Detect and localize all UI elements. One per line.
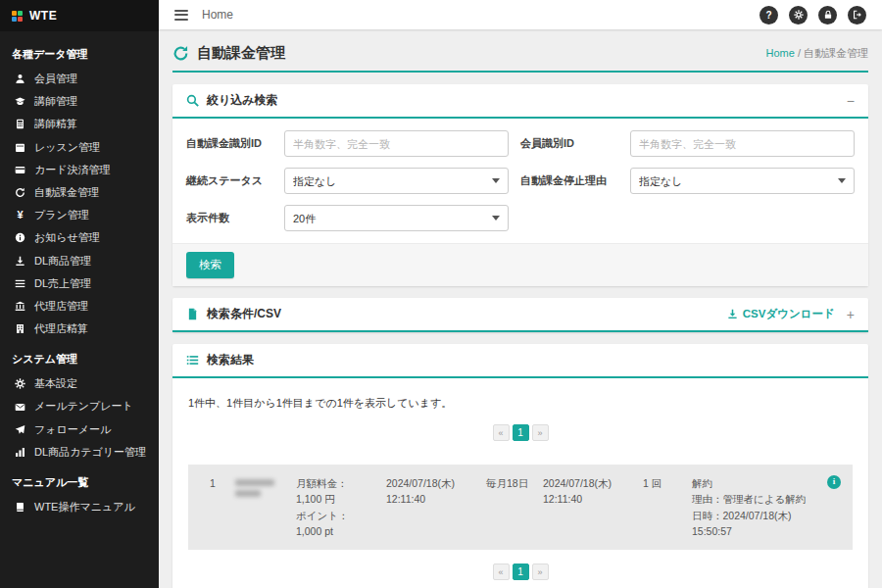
info-icon[interactable]: i bbox=[827, 475, 841, 489]
cancel-date: 日時：2024/07/18(木) bbox=[692, 508, 809, 523]
per-page-select[interactable]: 20件 bbox=[284, 205, 509, 231]
sidebar-item-basic-settings[interactable]: 基本設定 bbox=[0, 372, 159, 395]
results-card: 検索結果 1件中、1件目から1件目までの1件を表示しています。 « 1 » 1 bbox=[172, 344, 868, 588]
bank-icon bbox=[14, 301, 26, 312]
start-time: 12:11:40 bbox=[386, 491, 476, 507]
results-card-header: 検索結果 bbox=[172, 344, 868, 378]
last-time: 12:11:40 bbox=[543, 491, 633, 507]
auto-billing-id-input[interactable] bbox=[284, 130, 509, 157]
lock-icon[interactable] bbox=[818, 6, 837, 24]
page-divider bbox=[172, 71, 868, 73]
help-icon[interactable]: ? bbox=[760, 6, 778, 24]
sidebar-item-agency-settlement[interactable]: 代理店精算 bbox=[0, 318, 159, 340]
sidebar-item-manual[interactable]: WTE操作マニュアル bbox=[0, 496, 159, 518]
pagination-next-button[interactable]: » bbox=[532, 424, 549, 441]
filter-card-footer: 検索 bbox=[172, 243, 868, 286]
sidebar-item-label: 基本設定 bbox=[34, 377, 77, 390]
download-icon bbox=[14, 256, 26, 267]
member-id-input[interactable] bbox=[630, 130, 855, 157]
sidebar-item-label: フォローメール bbox=[34, 423, 111, 436]
sidebar-item-members[interactable]: 会員管理 bbox=[0, 68, 159, 90]
file-icon bbox=[186, 308, 199, 320]
pagination-next-button[interactable]: » bbox=[532, 564, 549, 580]
sidebar: WTE 各種データ管理 会員管理 講師管理 講師精算 レッスン管理 bbox=[0, 0, 159, 588]
nav-section-data: 各種データ管理 bbox=[0, 35, 159, 68]
collapse-button[interactable]: − bbox=[847, 94, 855, 108]
nav-section-manual: マニュアル一覧 bbox=[0, 464, 159, 496]
point-value: 1,000 pt bbox=[296, 523, 376, 539]
sidebar-nav: 各種データ管理 会員管理 講師管理 講師精算 レッスン管理 カード決済管理 bbox=[0, 31, 159, 522]
billing-count-cell: 1 回 bbox=[643, 475, 682, 539]
sidebar-item-follow-mail[interactable]: フォローメール bbox=[0, 418, 159, 441]
menu-toggle-icon[interactable] bbox=[174, 10, 188, 21]
sidebar-item-instructors[interactable]: 講師管理 bbox=[0, 90, 159, 113]
logo-icon bbox=[12, 11, 23, 22]
sidebar-item-notices[interactable]: お知らせ管理 bbox=[0, 226, 159, 249]
sidebar-item-label: お知らせ管理 bbox=[34, 231, 100, 244]
point-label: ポイント： bbox=[296, 508, 376, 523]
pagination-prev-button[interactable]: « bbox=[493, 564, 510, 580]
filter-card: 絞り込み検索 − 自動課金識別ID 会員識別ID 継続ステータス 指定なし 自動… bbox=[172, 84, 868, 286]
pagination-prev-button[interactable]: « bbox=[493, 424, 510, 441]
sidebar-item-dl-categories[interactable]: DL商品カテゴリー管理 bbox=[0, 441, 159, 464]
sidebar-item-label: プラン管理 bbox=[34, 209, 89, 221]
sidebar-item-agencies[interactable]: 代理店管理 bbox=[0, 295, 159, 318]
csv-download-link[interactable]: CSVダウンロード bbox=[727, 307, 835, 321]
cancel-status: 解約 bbox=[692, 475, 809, 491]
info-icon bbox=[14, 232, 26, 243]
app-logo[interactable]: WTE bbox=[0, 0, 159, 31]
expand-button[interactable]: + bbox=[847, 308, 855, 321]
breadcrumb-current: 自動課金管理 bbox=[804, 47, 868, 59]
sidebar-item-dl-products[interactable]: DL商品管理 bbox=[0, 250, 159, 272]
result-row[interactable]: 1 月額料金： 1,100 円 ポイント： 1,000 pt bbox=[188, 465, 853, 550]
pagination-page-1[interactable]: 1 bbox=[513, 424, 529, 441]
sidebar-item-dl-sales[interactable]: DL売上管理 bbox=[0, 272, 159, 295]
topbar-home-link[interactable]: Home bbox=[202, 8, 233, 22]
cancel-status-cell: 解約 理由：管理者による解約 日時：2024/07/18(木) 15:50:57 bbox=[692, 475, 809, 539]
topbar-actions: ? bbox=[760, 6, 866, 24]
csv-card-header: 検索条件/CSV CSVダウンロード + bbox=[172, 298, 868, 332]
breadcrumb-home-link[interactable]: Home bbox=[765, 47, 794, 59]
csv-card: 検索条件/CSV CSVダウンロード + bbox=[172, 298, 868, 332]
sidebar-item-lessons[interactable]: レッスン管理 bbox=[0, 136, 159, 159]
sidebar-item-card-payments[interactable]: カード決済管理 bbox=[0, 159, 159, 181]
settings-icon[interactable] bbox=[789, 6, 808, 24]
results-summary: 1件中、1件目から1件目までの1件を表示しています。 bbox=[188, 396, 853, 411]
row-index: 1 bbox=[210, 477, 216, 489]
page-title: 自動課金管理 bbox=[197, 44, 285, 63]
calendar-icon bbox=[14, 142, 26, 153]
per-page-label: 表示件数 bbox=[186, 211, 272, 225]
billing-day-cell: 毎月18日 bbox=[486, 475, 533, 539]
sidebar-item-instructor-settlement[interactable]: 講師精算 bbox=[0, 113, 159, 135]
calculator-icon bbox=[14, 119, 26, 129]
book-icon bbox=[14, 502, 26, 513]
cancel-reason: 理由：管理者による解約 bbox=[692, 491, 809, 507]
filter-card-title: 絞り込み検索 bbox=[207, 92, 278, 109]
continue-status-label: 継続ステータス bbox=[186, 173, 272, 188]
user-icon bbox=[14, 74, 26, 84]
pagination-page-1[interactable]: 1 bbox=[513, 564, 529, 580]
nav-section-system: システム管理 bbox=[0, 340, 159, 372]
gear-icon bbox=[14, 378, 26, 389]
topbar: Home ? bbox=[159, 0, 882, 29]
sidebar-item-label: 会員管理 bbox=[34, 73, 77, 85]
sidebar-item-label: 講師管理 bbox=[34, 95, 77, 108]
sidebar-item-plans[interactable]: ¥ プラン管理 bbox=[0, 204, 159, 226]
paper-plane-icon bbox=[14, 424, 26, 435]
stop-reason-select[interactable]: 指定なし bbox=[630, 168, 855, 194]
csv-card-title: 検索条件/CSV bbox=[207, 306, 281, 322]
search-button[interactable]: 検索 bbox=[186, 252, 234, 278]
search-icon bbox=[186, 94, 199, 107]
refresh-icon bbox=[14, 187, 26, 198]
fee-label: 月額料金： bbox=[296, 475, 376, 491]
sidebar-item-label: DL商品管理 bbox=[34, 255, 91, 268]
sidebar-item-label: DL商品カテゴリー管理 bbox=[34, 446, 146, 459]
logout-icon[interactable] bbox=[848, 6, 866, 24]
sidebar-item-auto-billing[interactable]: 自動課金管理 bbox=[0, 181, 159, 204]
sidebar-item-mail-templates[interactable]: メールテンプレート bbox=[0, 395, 159, 417]
yen-icon: ¥ bbox=[14, 210, 26, 220]
credit-card-icon bbox=[14, 165, 26, 175]
cancel-time: 15:50:57 bbox=[692, 523, 809, 539]
logo-text: WTE bbox=[29, 9, 57, 23]
continue-status-select[interactable]: 指定なし bbox=[284, 168, 509, 194]
